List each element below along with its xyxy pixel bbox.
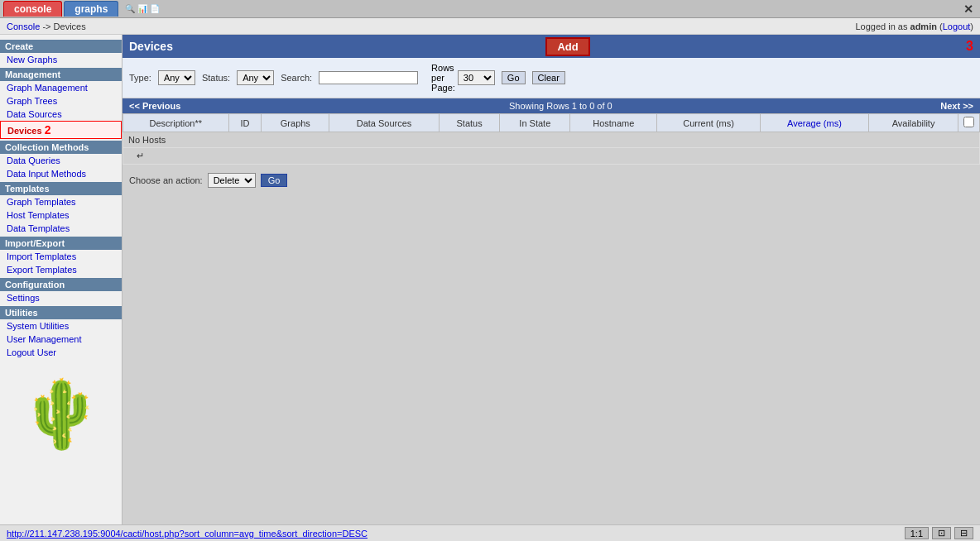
devices-table: Description** ID Graphs Data Sources Sta… (122, 113, 980, 165)
logged-in-info: Logged in as admin (Logout) (855, 22, 973, 31)
go-button[interactable]: Go (502, 71, 526, 84)
status-bar: http://211.147.238.195:9004/cacti/host.p… (0, 524, 980, 541)
col-graphs: Graphs (262, 114, 329, 132)
status-url[interactable]: http://211.147.238.195:9004/cacti/host.p… (7, 529, 368, 539)
sidebar-item-import-templates[interactable]: Import Templates (0, 250, 122, 263)
sidebar-item-data-queries[interactable]: Data Queries (0, 154, 122, 167)
action-select[interactable]: Delete (208, 173, 256, 188)
sidebar-item-user-management[interactable]: User Management (0, 333, 122, 346)
breadcrumb-bar: Console -> Devices Logged in as admin (L… (0, 18, 980, 35)
cactus-icon: 🌵 (0, 359, 122, 470)
sidebar-item-graph-templates[interactable]: Graph Templates (0, 195, 122, 208)
indent-row: ↵ (123, 148, 980, 165)
top-bar: console graphs 🔍 📊 📄 ✕ (0, 0, 980, 18)
page-header: Devices Add 3 (122, 35, 980, 58)
breadcrumb-devices: Devices (54, 22, 86, 31)
tab-console[interactable]: console (3, 1, 62, 17)
sidebar-item-graph-trees[interactable]: Graph Trees (0, 94, 122, 108)
full-layout: console graphs 🔍 📊 📄 ✕ Console -> Device… (0, 0, 980, 541)
sidebar-header-import-export: Import/Export (0, 237, 122, 250)
col-status: Status (439, 114, 500, 132)
sidebar-item-system-utilities[interactable]: System Utilities (0, 319, 122, 333)
clear-button[interactable]: Clear (532, 71, 565, 84)
sidebar-item-new-graphs[interactable]: New Graphs (0, 53, 122, 66)
rows-label: RowsperPage: (431, 63, 455, 93)
pagination-bar: << Previous Showing Rows 1 to 0 of 0 Nex… (122, 98, 980, 113)
col-hostname: Hostname (570, 114, 657, 132)
search-label: Search: (281, 73, 312, 83)
sidebar: Create New Graphs Management Graph Manag… (0, 35, 122, 524)
no-hosts-row: No Hosts (123, 132, 980, 148)
no-hosts-cell: No Hosts (123, 132, 980, 148)
sidebar-item-data-sources[interactable]: Data Sources (0, 108, 122, 121)
next-link[interactable]: Next >> (940, 101, 973, 111)
breadcrumb-separator: -> (42, 22, 53, 31)
prev-link[interactable]: << Previous (129, 101, 180, 111)
sidebar-item-devices[interactable]: Devices 2 (0, 121, 122, 139)
page-title: Devices (129, 40, 173, 53)
annotation-3: 3 (966, 39, 973, 54)
table-header-row: Description** ID Graphs Data Sources Sta… (123, 114, 980, 132)
main-content: Devices Add 3 Type: Any Status: Any Sear… (122, 35, 980, 524)
type-select[interactable]: Any (158, 70, 195, 85)
sidebar-header-collection: Collection Methods (0, 141, 122, 154)
annotation-2: 2 (45, 123, 51, 136)
zoom-11-button[interactable]: 1:1 (905, 527, 929, 539)
col-in-state: In State (500, 114, 570, 132)
sidebar-item-host-templates[interactable]: Host Templates (0, 208, 122, 222)
sidebar-header-utilities: Utilities (0, 306, 122, 319)
col-select-all (958, 114, 980, 132)
sort-average-ms[interactable]: Average (ms) (787, 118, 842, 128)
action-label: Choose an action: (129, 175, 203, 185)
col-id: ID (228, 114, 262, 132)
sidebar-header-management: Management (0, 68, 122, 81)
sidebar-header-create: Create (0, 40, 122, 53)
select-all-checkbox[interactable] (963, 117, 974, 127)
tab-graphs[interactable]: graphs (64, 1, 118, 17)
sidebar-item-export-templates[interactable]: Export Templates (0, 263, 122, 276)
type-label: Type: (129, 73, 151, 83)
fit-button[interactable]: ⊡ (932, 527, 951, 539)
sidebar-item-logout-user[interactable]: Logout User (0, 346, 122, 359)
top-bar-right: ✕ (960, 2, 977, 16)
action-go-button[interactable]: Go (261, 174, 288, 187)
content-row: Create New Graphs Management Graph Manag… (0, 35, 980, 524)
tab-bar: console graphs (3, 1, 118, 17)
logged-in-username: admin (910, 22, 937, 31)
col-average-ms: Average (ms) (760, 114, 868, 132)
logged-in-prefix: Logged in as (855, 22, 910, 31)
no-hosts-text: No Hosts (128, 135, 166, 145)
sidebar-item-data-input-methods[interactable]: Data Input Methods (0, 167, 122, 180)
status-bar-right: 1:1 ⊡ ⊟ (905, 527, 973, 539)
breadcrumb-console[interactable]: Console (7, 22, 40, 31)
indent-cell: ↵ (123, 148, 980, 165)
rows-select[interactable]: 30 10 20 50 100 (458, 70, 495, 85)
breadcrumb: Console -> Devices (7, 22, 86, 31)
shrink-button[interactable]: ⊟ (954, 527, 973, 539)
sidebar-header-templates: Templates (0, 182, 122, 195)
filter-bar: Type: Any Status: Any Search: RowsperPag… (122, 58, 980, 98)
sidebar-item-data-templates[interactable]: Data Templates (0, 222, 122, 235)
search-input[interactable] (319, 71, 418, 84)
logout-link[interactable]: Logout (943, 22, 971, 31)
status-label: Status: (202, 73, 230, 83)
close-button[interactable]: ✕ (960, 2, 977, 16)
sidebar-header-configuration: Configuration (0, 278, 122, 291)
col-data-sources: Data Sources (329, 114, 440, 132)
col-current-ms: Current (ms) (657, 114, 760, 132)
col-description: Description** (123, 114, 229, 132)
add-button[interactable]: Add (545, 37, 589, 56)
col-availability: Availability (869, 114, 958, 132)
sidebar-item-graph-management[interactable]: Graph Management (0, 81, 122, 94)
showing-text: Showing Rows 1 to 0 of 0 (509, 101, 612, 111)
sidebar-item-settings[interactable]: Settings (0, 291, 122, 304)
rows-group: RowsperPage: 30 10 20 50 100 (431, 63, 495, 93)
status-select[interactable]: Any (237, 70, 274, 85)
action-bar: Choose an action: Delete Go (122, 168, 980, 193)
